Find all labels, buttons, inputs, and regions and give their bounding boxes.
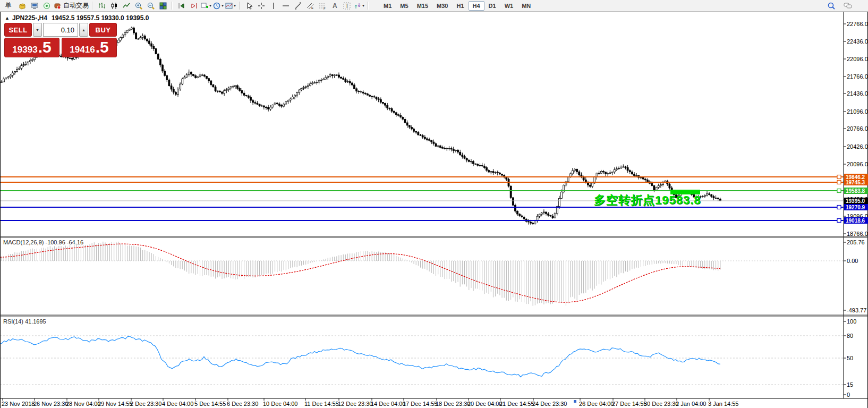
macd-label: MACD(12,26,9) -100.96 -64.16 xyxy=(3,239,83,245)
timeframe-h1-button[interactable]: H1 xyxy=(452,1,468,11)
cursor-icon[interactable] xyxy=(243,1,254,11)
new-chart-dropdown-caret[interactable]: ▾ xyxy=(209,3,211,8)
price-line-tag[interactable]: 19583.8 xyxy=(844,188,868,194)
time-axis-label: 3 Jan 14:55 xyxy=(708,401,739,407)
horizontal-line-icon[interactable] xyxy=(280,1,291,11)
sell-price-int: 19393 xyxy=(12,45,37,54)
price-axis-tick: 22096.0 xyxy=(847,56,868,62)
fibonacci-icon[interactable]: F xyxy=(317,1,328,11)
timeframe-m30-button[interactable]: M30 xyxy=(432,1,452,11)
chart-canvas[interactable] xyxy=(0,0,868,408)
toolbar-separator xyxy=(239,2,240,10)
timeframe-h4-button[interactable]: H4 xyxy=(469,1,484,11)
symbol-title: JPN225-,H4 xyxy=(12,14,47,22)
arrows-dropdown-caret[interactable]: ▾ xyxy=(362,3,364,8)
price-axis-tick: 20766.0 xyxy=(847,125,868,132)
volume-decrease-button[interactable]: ▼ xyxy=(33,23,42,37)
price-axis-tick: 20426.0 xyxy=(847,143,868,150)
candle-chart-icon[interactable] xyxy=(108,1,120,11)
templates-dropdown-caret[interactable]: ▾ xyxy=(234,3,236,8)
arrows-icon[interactable]: ▾ xyxy=(353,1,364,11)
time-axis-label: 11 Dec 14:55 xyxy=(304,401,339,407)
time-axis-label: 18 Dec 23:30 xyxy=(436,401,470,407)
time-axis-label: 27 Dec 14:55 xyxy=(612,401,646,407)
periods-dropdown-caret[interactable]: ▾ xyxy=(222,3,224,8)
auto-trading-button[interactable]: 自动交易 xyxy=(53,1,89,11)
collapse-panel-icon[interactable]: ▲ xyxy=(5,15,10,21)
price-axis-tick: 22436.0 xyxy=(847,38,868,45)
time-axis-label: 5 Dec 14:55 xyxy=(194,401,226,407)
svg-text:T: T xyxy=(345,3,349,9)
text-icon[interactable]: A xyxy=(329,1,340,11)
price-lines[interactable] xyxy=(0,175,844,223)
timeframe-m1-button[interactable]: M1 xyxy=(379,1,396,11)
sell-price-button[interactable]: 19393 .5 xyxy=(4,38,59,57)
time-axis-label: 23 Nov 2018 xyxy=(2,401,35,407)
new-order-button[interactable]: 单 xyxy=(1,1,15,11)
price-line-tag[interactable]: 19745.3 xyxy=(844,179,868,185)
toolbar-separator xyxy=(368,2,369,10)
time-axis-label: 10 Dec 04:00 xyxy=(263,401,297,407)
templates-icon[interactable]: ▾ xyxy=(225,1,236,11)
price-axis-tick: 21766.0 xyxy=(847,73,868,80)
tile-windows-icon[interactable] xyxy=(157,1,168,11)
ohlc-values: 19452.5 19557.5 19330.0 19395.0 xyxy=(52,14,149,22)
main-toolbar: 单自动交易▾▾▾EFAT▾M1M5M15M30H1H4D1W1MN xyxy=(0,0,868,12)
timeframe-group: M1M5M15M30H1H4D1W1MN xyxy=(379,1,535,11)
svg-text:F: F xyxy=(324,7,326,10)
trend-line-icon[interactable] xyxy=(292,1,303,11)
crosshair-icon[interactable] xyxy=(256,1,267,11)
data-window-icon[interactable] xyxy=(41,1,52,11)
svg-text:E: E xyxy=(311,6,313,10)
time-axis-label: 17 Dec 14:55 xyxy=(403,401,437,407)
chart-shift-icon[interactable] xyxy=(176,1,187,11)
price-axis-tick: 20096.0 xyxy=(847,161,868,167)
time-axis-label: 30 Dec 23:30 xyxy=(644,401,678,407)
price-axis-tick: 22766.0 xyxy=(847,21,868,27)
chart-title-bar: ▲ JPN225-,H4 19452.5 19557.5 19330.0 193… xyxy=(5,14,149,22)
macd-axis-tick: -493.77 xyxy=(847,307,866,313)
volume-input[interactable]: 0.10 xyxy=(43,23,78,37)
rsi-axis-tick: 50 xyxy=(847,355,853,361)
time-axis-label: 21 Dec 14:55 xyxy=(499,401,534,407)
timeframe-m5-button[interactable]: M5 xyxy=(396,1,412,11)
price-line-tag[interactable]: 19018.6 xyxy=(844,217,868,224)
svg-text:A: A xyxy=(333,2,337,10)
timeframe-m15-button[interactable]: M15 xyxy=(413,1,432,11)
rsi-axis-tick: 100 xyxy=(847,318,856,325)
timeframe-w1-button[interactable]: W1 xyxy=(500,1,518,11)
toolbar-right-icons xyxy=(826,1,853,11)
chat-icon[interactable] xyxy=(842,1,853,11)
current-price-tag: 19395.0 xyxy=(844,198,868,204)
search-icon[interactable] xyxy=(826,1,837,11)
buy-button[interactable]: BUY xyxy=(89,23,117,37)
periods-icon[interactable]: ▾ xyxy=(212,1,224,11)
vertical-line-icon[interactable] xyxy=(268,1,279,11)
text-label-icon[interactable]: T xyxy=(341,1,352,11)
buy-price-int: 19416 xyxy=(70,45,95,54)
time-axis-label: 26 Dec 04:00 xyxy=(579,401,614,407)
volume-increase-button[interactable]: ▲ xyxy=(79,23,88,37)
time-axis-label: 14 Dec 04:00 xyxy=(371,401,405,407)
package-icon[interactable] xyxy=(16,1,28,11)
time-axis-label: 2 Dec 23:30 xyxy=(130,401,161,407)
price-line-tag[interactable]: 19270.9 xyxy=(844,204,868,210)
equidistant-channel-icon[interactable]: E xyxy=(304,1,316,11)
sell-button[interactable]: SELL xyxy=(4,23,32,37)
bar-chart-icon[interactable] xyxy=(96,1,107,11)
rsi-axis-tick: 15 xyxy=(847,381,853,388)
line-chart-icon[interactable] xyxy=(121,1,132,11)
timeframe-d1-button[interactable]: D1 xyxy=(484,1,500,11)
rsi-axis-tick: 0 xyxy=(847,392,850,398)
auto-scroll-icon[interactable] xyxy=(188,1,199,11)
zoom-out-icon[interactable] xyxy=(145,1,156,11)
time-axis-label: 2 Jan 04:00 xyxy=(676,401,707,407)
new-chart-icon[interactable]: ▾ xyxy=(200,1,211,11)
time-axis-label: 12 Dec 23:30 xyxy=(338,401,372,407)
buy-price-button[interactable]: 19416 .5 xyxy=(62,38,117,57)
market-watch-icon[interactable] xyxy=(29,1,40,11)
pivot-annotation-text[interactable]: 多空转折点19583.8 xyxy=(594,192,701,208)
zoom-in-icon[interactable] xyxy=(133,1,144,11)
timeframe-mn-button[interactable]: MN xyxy=(517,1,535,11)
macd-histogram xyxy=(2,242,720,306)
